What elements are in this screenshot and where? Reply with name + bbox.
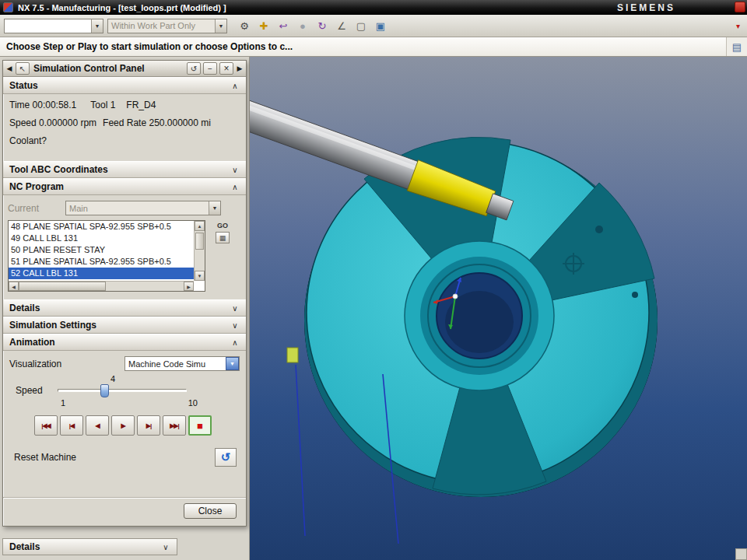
cue-bar: Choose Step or Play to start simulation … (0, 37, 747, 57)
step-forward-button[interactable]: ▶| (137, 415, 160, 436)
visualization-value: Machine Code Simu (125, 359, 226, 369)
nc-list-horizontal-scrollbar[interactable] (9, 281, 194, 291)
window-title: NX 7.5 - Manufacturing - [test_loops.prt… (18, 3, 226, 12)
toolbar-overflow-icon[interactable] (736, 22, 743, 30)
chevron-down-icon[interactable] (226, 357, 239, 370)
selection-filter-combo[interactable]: Within Work Part Only (107, 19, 227, 33)
go-to-line-button[interactable] (216, 232, 230, 243)
insert-mark (287, 348, 298, 362)
nc-program-line[interactable]: 48 PLANE SPATIAL SPA-92.955 SPB+0.5 (9, 221, 194, 233)
section-header-animation[interactable]: Animation (3, 334, 246, 351)
panel-reset-button[interactable] (187, 62, 201, 75)
nc-program-list: 48 PLANE SPATIAL SPA-92.955 SPB+0.549 CA… (9, 221, 194, 279)
go-to-column: GO (205, 220, 240, 292)
status-time: Time 00:00:58.1 (9, 100, 76, 110)
section-label: Status (9, 80, 227, 91)
stop-button[interactable]: ■ (188, 415, 212, 436)
play-button[interactable]: ▶ (111, 415, 135, 436)
nx-app-icon (3, 2, 13, 12)
section-header-details-bottom[interactable]: Details (2, 538, 177, 555)
chevron-down-icon[interactable] (91, 19, 103, 33)
play-backward-button[interactable]: ◀ (86, 415, 109, 436)
nc-program-line[interactable]: 49 CALL LBL 131 (9, 233, 194, 244)
chevron-up-icon[interactable] (227, 79, 243, 92)
scrollbar-track[interactable] (106, 282, 184, 291)
speed-min-label: 1 (61, 398, 65, 408)
chevron-down-icon[interactable] (215, 19, 226, 33)
chevron-up-icon[interactable] (227, 180, 243, 193)
panel-title-bar[interactable]: Simulation Control Panel (3, 61, 246, 77)
chevron-down-icon[interactable] (227, 302, 243, 314)
speed-slider[interactable] (58, 389, 187, 392)
nc-program-content: Current Main 48 PLANE SPATIAL SPA-92.955… (3, 195, 246, 299)
go-to-end-button[interactable]: ▶▶| (163, 415, 186, 436)
panel-minimize-button[interactable] (203, 62, 217, 75)
nc-program-line[interactable]: 51 PLANE SPATIAL SPA-92.955 SPB+0.5 (9, 256, 194, 268)
shaded-sphere-icon[interactable]: ● (294, 17, 311, 34)
section-header-simulation-settings[interactable]: Simulation Settings (3, 317, 246, 334)
scroll-up-icon[interactable] (195, 221, 205, 231)
selection-rectangle-icon[interactable]: ▢ (352, 17, 370, 34)
nc-program-listbox[interactable]: 48 PLANE SPATIAL SPA-92.955 SPB+0.549 CA… (8, 220, 205, 292)
section-label: Animation (9, 337, 227, 348)
measure-angle-icon[interactable]: ∠ (333, 17, 350, 34)
panel-close-button[interactable] (219, 62, 233, 75)
status-tool: Tool 1 (90, 100, 115, 110)
section-label: Simulation Settings (9, 320, 227, 331)
toolbar-icons: ⚙✚↩●↻∠▢▣ (236, 17, 389, 34)
nc-program-line[interactable]: 50 PLANE RESET STAY (9, 244, 194, 256)
section-header-nc-program[interactable]: NC Program (3, 178, 246, 195)
scroll-right-icon[interactable] (184, 282, 194, 291)
go-to-start-button[interactable]: |◀◀ (34, 415, 58, 436)
status-feed: Feed Rate 250.000000 mi (103, 117, 211, 128)
panel-dock-right-icon[interactable] (236, 65, 244, 72)
reset-machine-button[interactable] (215, 448, 237, 467)
step-back-button[interactable]: |◀ (60, 415, 83, 436)
bolt-hole (595, 226, 603, 233)
vertical-scroll-thumb[interactable] (195, 233, 204, 250)
application-window: NX 7.5 - Manufacturing - [test_loops.prt… (0, 0, 747, 560)
snap-point-icon[interactable]: ✚ (255, 17, 272, 34)
section-header-tool-abc[interactable]: Tool ABC Coordinates (3, 161, 246, 178)
scroll-down-icon[interactable] (195, 271, 205, 281)
reset-machine-label: Reset Machine (14, 452, 76, 463)
chevron-up-icon[interactable] (227, 336, 243, 348)
scroll-left-icon[interactable] (9, 282, 19, 291)
cursor-icon[interactable] (16, 62, 30, 75)
selection-scope-combo[interactable] (4, 19, 103, 33)
status-coolant: Coolant? (9, 135, 47, 146)
gear-icon[interactable]: ⚙ (236, 17, 253, 34)
panel-dock-left-icon[interactable] (5, 65, 13, 72)
dialog-rail-icon[interactable] (727, 37, 747, 56)
record-badge-icon (735, 2, 745, 12)
rotate-view-icon[interactable]: ↻ (314, 17, 331, 34)
nc-list-vertical-scrollbar[interactable] (194, 221, 205, 281)
current-program-value: Main (66, 204, 209, 213)
speed-slider-thumb[interactable] (100, 384, 109, 397)
resource-column: Simulation Control Panel Status Time 00:… (0, 57, 250, 560)
section-header-details[interactable]: Details (3, 299, 246, 317)
section-header-status[interactable]: Status (3, 77, 246, 94)
chevron-down-icon[interactable] (158, 541, 174, 553)
siemens-logo: SIEMENS (617, 2, 675, 13)
panel-footer: Close (3, 497, 246, 526)
graphics-viewport[interactable] (250, 57, 747, 560)
nc-program-line[interactable]: 52 CALL LBL 131 (9, 268, 194, 279)
transport-controls: |◀◀|◀◀▶▶|▶▶|■ (34, 415, 240, 436)
current-program-combo[interactable]: Main (65, 201, 221, 215)
section-label: NC Program (9, 181, 227, 192)
speed-label: Speed (9, 385, 58, 396)
chevron-down-icon[interactable] (227, 163, 243, 176)
close-button[interactable]: Close (184, 503, 237, 519)
view-cube-icon[interactable]: ▣ (372, 17, 389, 34)
animation-content: Visualization Machine Code Simu 4 Speed (3, 351, 246, 468)
selection-filter-value: Within Work Part Only (108, 21, 215, 30)
horizontal-scroll-thumb[interactable] (19, 282, 106, 291)
chevron-down-icon[interactable] (209, 201, 220, 215)
simulation-control-panel: Simulation Control Panel Status Time 00:… (2, 60, 247, 527)
chevron-down-icon[interactable] (227, 319, 243, 331)
speed-max-label: 10 (188, 398, 198, 408)
visualization-combo[interactable]: Machine Code Simu (124, 356, 240, 371)
viewport-corner (735, 548, 747, 560)
pan-view-icon[interactable]: ↩ (275, 17, 292, 34)
